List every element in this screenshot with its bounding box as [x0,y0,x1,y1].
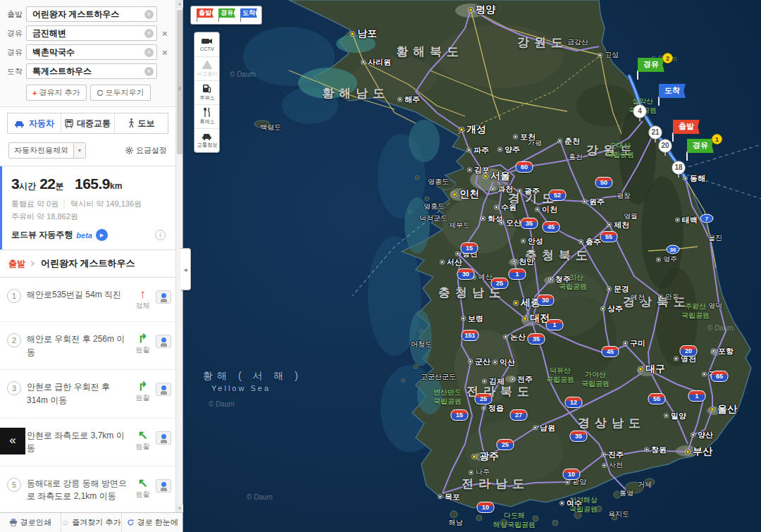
city-dot-icon [459,128,464,132]
city-dot-icon [495,206,498,209]
city-dot-icon [703,373,706,376]
city-label: 평양 [469,4,495,16]
route-field-row: 출발 어린왕자 게스트하우스 × [7,6,170,22]
rest-area-tool-button[interactable]: 휴게소 [194,104,219,128]
city-dot-icon [533,426,537,430]
roadview-icon[interactable] [156,290,171,304]
step-instruction: 안현로 좌측도로 3,7km 이동 [27,429,132,455]
traffic-status: 정체 [132,301,153,311]
location-input[interactable]: 어린왕자 게스트하우스 × [26,6,157,22]
city-label: 영덕 [708,301,722,311]
roadview-icon[interactable] [156,335,171,348]
route-options-row: 자동차전용제외 ▼ 요금설정 [0,140,175,166]
clear-field-icon[interactable]: × [144,48,154,57]
city-label: 청주 [549,274,571,285]
turn-arrow-icon: ↖ [132,477,153,489]
city-label: 김제 [483,376,505,387]
city-dot-icon [350,32,354,36]
scroll-up-icon[interactable]: ▲ [176,0,183,8]
sidebar-toggle-handle[interactable]: ◀ [180,248,191,290]
route-overview-icon [127,519,135,526]
set-origin-button[interactable]: 출발 [195,8,214,22]
traffic-status: 원활 [132,490,153,500]
tab-car[interactable]: 자동차 [8,113,61,133]
map-canvas[interactable]: 황해북도황해남도강원도강원도경기도충청북도충청남도경상북도전라북도경상남도전라남… [183,0,761,532]
city-label: 개성 [459,123,486,136]
route-step-row[interactable]: 2 해안로 우회전 후 256m 이동 ↱ 원활 [0,322,175,370]
scrollbar-thumb[interactable] [177,10,182,154]
field-label: 출발 [7,9,26,20]
roadview-icon[interactable] [156,431,171,445]
add-favorite-button[interactable]: ☆ 즐겨찾기 추가 [61,513,122,532]
roadview-icon[interactable] [156,479,171,493]
printer-icon [9,519,18,526]
city-label: 예산 [472,272,493,282]
cctv-tool-button[interactable]: CCTV [194,32,219,56]
route-step-row[interactable]: 4 안현로 좌측도로 3,7km 이동 ↖ 원활 [0,419,175,466]
expressway-shield-icon: 30 [537,295,555,306]
city-dot-icon [536,208,539,211]
route-step-marker[interactable]: 4 [633,104,647,118]
remove-waypoint-icon[interactable]: × [162,48,168,57]
city-label: 양주 [498,144,520,155]
national-park-label: 변산반도 국립공원 [433,388,462,406]
city-label: 해주 [398,94,420,105]
route-step-row[interactable]: 3 안현로 급한 우회전 후 314m 이동 ↱ 원활 [0,370,175,418]
remove-waypoint-icon[interactable]: × [162,29,168,38]
fare-settings-button[interactable]: 요금설정 [125,145,167,156]
route-field-row: 도착 톡게스트하우스 × [7,63,170,79]
tab-transit[interactable]: 대중교통 [61,113,114,133]
construction-icon [202,61,212,69]
city-dot-icon [607,287,611,291]
set-waypoint-button[interactable]: 경유 [217,8,235,22]
set-destination-button[interactable]: 도착 [239,8,257,22]
step-instruction: 안현로 급한 우회전 후 314m 이동 [27,381,132,407]
add-waypoint-button[interactable]: + 경유지 추가 [26,85,87,101]
route-step-marker[interactable]: 18 [672,161,686,175]
gas-station-tool-button[interactable]: 주유소 [194,80,219,104]
city-label: 영흥도 [423,202,445,211]
city-dot-icon [583,200,586,204]
info-icon[interactable]: i [155,230,166,240]
route-input-panel: 출발 어린왕자 게스트하우스 × 경유 금진해변 × [0,0,175,107]
scroll-down-icon[interactable]: ▼ [176,505,183,512]
turn-arrow-icon: ↱ [132,381,153,392]
daum-watermark: © Daum [707,324,734,332]
location-input[interactable]: 백촌막국수 × [26,44,157,60]
expressway-shield-icon: 35 [570,431,588,442]
city-label: 과천 [491,184,513,194]
route-option-select[interactable]: 자동차전용제외 ▼ [8,142,86,159]
city-label: 오산 [500,218,521,228]
expressway-shield-icon: 20 [680,345,698,357]
clear-all-button[interactable]: 모두지우기 [90,85,151,101]
expressway-shield-icon: 151 [462,330,479,341]
province-label: 전라남도 [462,476,529,492]
accident-construction-tool-button[interactable]: 사고공사 [194,56,219,80]
national-park-label: 덕유산 국립공원 [546,366,574,384]
city-dot-icon [468,168,471,172]
location-input[interactable]: 톡게스트하우스 × [26,63,157,79]
print-route-button[interactable]: 경로인쇄 [0,513,61,532]
clear-field-icon[interactable]: × [144,29,154,38]
route-step-marker[interactable]: 20 [658,139,672,153]
city-label: 욕지도 [608,509,629,519]
city-dot-icon [438,495,442,499]
city-dot-icon [361,61,365,64]
route-step-row[interactable]: 1 해안로535번길 54m 직진 ↑ 정체 [0,278,175,322]
route-step-row[interactable]: 5 동해대로 강릉 동해 방면으로 좌측도로 2,1km 이동 ↖ 원활 [0,466,175,512]
city-dot-icon [483,174,488,178]
clear-field-icon[interactable]: × [144,67,154,76]
city-label: 수원 [495,202,516,213]
collapse-panel-button[interactable]: « [0,428,25,454]
route-overview-button[interactable]: 경로 한눈에 [121,513,182,532]
route-step-marker[interactable]: 21 [648,125,662,140]
roadview-play-button[interactable]: ▶ [96,229,108,241]
fork-knife-icon [203,108,211,117]
location-input[interactable]: 금진해변 × [26,25,157,41]
clear-field-icon[interactable]: × [144,10,154,19]
city-label: 동해 [683,173,705,184]
refresh-icon [97,89,104,97]
roadview-icon[interactable] [156,383,171,396]
tab-walk[interactable]: 도보 [114,113,168,133]
traffic-info-tool-button[interactable]: 교통정보 [194,128,219,152]
